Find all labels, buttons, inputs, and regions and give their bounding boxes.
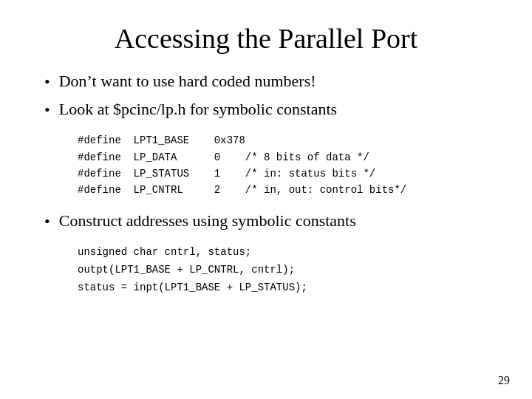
slide-title: Accessing the Parallel Port — [37, 22, 495, 55]
page-number: 29 — [498, 374, 510, 387]
bullet-2: • Look at $pcinc/lp.h for symbolic const… — [44, 99, 495, 121]
code-line-8: status = inpt(LPT1_BASE + LP_STATUS); — [78, 279, 495, 297]
bullet-1-text: Don’t want to use hard coded numbers! — [59, 71, 316, 92]
code-line-4: #define LP_CNTRL 2 /* in, out: control b… — [78, 182, 495, 198]
code-line-5: unsigned char cntrl, status; — [78, 244, 495, 262]
code-block-2: unsigned char cntrl, status; outpt(LPT1_… — [78, 244, 495, 296]
bullet-dot-1: • — [44, 72, 50, 93]
slide: Accessing the Parallel Port • Don’t want… — [0, 0, 532, 399]
bullet-dot-3: • — [44, 211, 50, 233]
bullets-section-2: • Construct addresses using symbolic con… — [44, 211, 495, 233]
bullet-3-text: Construct addresses using symbolic const… — [59, 211, 356, 232]
code-line-2: #define LP_DATA 0 /* 8 bits of data */ — [78, 149, 495, 166]
code-block-1: #define LPT1_BASE 0x378 #define LP_DATA … — [78, 132, 495, 199]
bullet-dot-2: • — [44, 100, 50, 121]
bullet-1: • Don’t want to use hard coded numbers! — [44, 71, 495, 93]
code-line-3: #define LP_STATUS 1 /* in: status bits *… — [78, 166, 495, 182]
code-line-6: outpt(LPT1_BASE + LP_CNTRL, cntrl); — [78, 262, 495, 279]
code-line-1: #define LPT1_BASE 0x378 — [78, 132, 495, 149]
bullet-2-text: Look at $pcinc/lp.h for symbolic constan… — [59, 99, 337, 120]
bullet-3: • Construct addresses using symbolic con… — [44, 211, 495, 233]
bullets-section: • Don’t want to use hard coded numbers! … — [44, 71, 495, 120]
